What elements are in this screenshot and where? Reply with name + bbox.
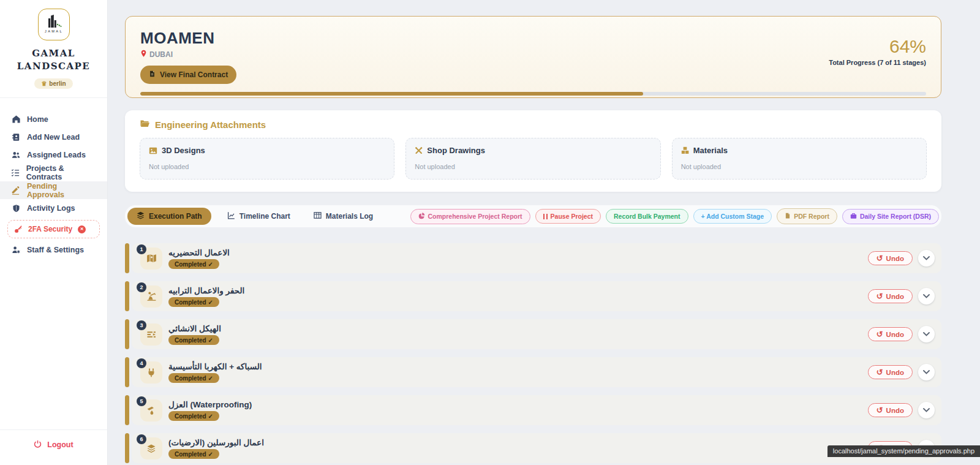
chevron-down-button[interactable]	[918, 326, 935, 342]
stage-accent	[125, 357, 129, 387]
stage-card: 5 العزل (Waterproofing) Completed ✓ ↺Und…	[132, 395, 941, 425]
undo-button[interactable]: ↺Undo	[868, 403, 913, 417]
progress-summary: 64% Total Progress (7 of 11 stages)	[829, 36, 926, 66]
tab-timeline-chart[interactable]: Timeline Chart	[220, 208, 298, 225]
layers-icon	[137, 211, 145, 221]
tab-materials-log[interactable]: Materials Log	[306, 208, 380, 225]
comprehensive-report-button[interactable]: Comprehensive Project Report	[410, 209, 530, 224]
attachments-title: Engineering Attachments	[140, 119, 927, 130]
stage-status-badge: Completed ✓	[168, 449, 219, 459]
chevron-down-button[interactable]	[918, 250, 935, 267]
pause-project-button[interactable]: Pause Project	[535, 209, 601, 224]
sidebar-item-staff-settings[interactable]: Staff & Settings	[0, 241, 107, 259]
tab-execution-path[interactable]: Execution Path	[127, 208, 211, 225]
sidebar-item-home[interactable]: Home	[0, 110, 107, 128]
power-icon	[34, 440, 42, 450]
table-icon	[314, 211, 322, 221]
stage-accent	[125, 281, 129, 311]
list-check-icon	[11, 168, 20, 177]
execution-stages-list: 1 الاعمال التحضيريه Completed ✓ ↺Undo 2	[125, 243, 941, 463]
address-book-icon	[11, 133, 21, 142]
sidebar: JAMAL GAMAL LANDSCAPE ♛berlin Home Add N…	[0, 0, 108, 465]
company-name: GAMAL LANDSCAPE	[0, 47, 107, 73]
browser-status-bar: localhost/jamal_system/pending_approvals…	[827, 445, 980, 457]
chevron-down-button[interactable]	[918, 402, 935, 418]
stage-number-badge: 2	[137, 282, 146, 292]
key-icon	[13, 225, 23, 233]
stage-row-4: 4 السباكه + الكهربا التأسيسية Completed …	[125, 357, 941, 387]
stage-title: الاعمال التحضيريه	[168, 248, 230, 257]
structure-icon: 3	[140, 323, 162, 346]
stage-number-badge: 3	[137, 320, 146, 330]
action-buttons: Comprehensive Project Report Pause Proje…	[410, 208, 940, 224]
brand-block: JAMAL GAMAL LANDSCAPE ♛berlin	[0, 0, 107, 98]
stage-row-5: 5 العزل (Waterproofing) Completed ✓ ↺Und…	[125, 395, 941, 425]
stage-row-2: 2 الحفر والاعمال الترابيه Completed ✓ ↺U…	[125, 281, 941, 311]
attachment-card-3d-designs[interactable]: 3D Designs Not uploaded	[140, 138, 394, 180]
excavation-icon: 2	[140, 285, 162, 308]
image-icon	[149, 147, 157, 154]
company-logo: JAMAL	[38, 9, 70, 40]
stage-status-badge: Completed ✓	[168, 335, 219, 345]
sidebar-item-add-new-lead[interactable]: Add New Lead	[0, 128, 107, 146]
waterproofing-icon: 5	[140, 399, 162, 422]
stage-row-3: 3 الهيكل الانشائي Completed ✓ ↺Undo	[125, 319, 941, 349]
stage-status-badge: Completed ✓	[168, 411, 219, 421]
undo-button[interactable]: ↺Undo	[868, 289, 913, 303]
undo-button[interactable]: ↺Undo	[868, 251, 913, 265]
daily-site-report-button[interactable]: Daily Site Report (DSR)	[842, 209, 939, 224]
chevron-down-icon	[923, 408, 930, 412]
undo-icon: ↺	[876, 330, 883, 338]
user-gear-icon	[11, 246, 21, 254]
sidebar-item-assigned-leads[interactable]: Assigned Leads	[0, 146, 107, 164]
undo-button[interactable]: ↺Undo	[868, 327, 913, 341]
attachment-status: Not uploaded	[415, 163, 651, 170]
plumbing-electric-icon: 4	[140, 361, 162, 384]
toolbar: Execution Path Timeline Chart Materials …	[125, 205, 941, 227]
stage-card: 4 السباكه + الكهربا التأسيسية Completed …	[132, 357, 941, 387]
main-content: MOAMEN DUBAI View Final Contract 64% Tot…	[108, 0, 980, 465]
briefcase-icon	[850, 213, 857, 221]
contract-file-icon	[149, 70, 156, 80]
stage-card: 3 الهيكل الانشائي Completed ✓ ↺Undo	[132, 319, 941, 349]
stage-status-badge: Completed ✓	[168, 373, 219, 383]
attachment-card-materials[interactable]: Materials Not uploaded	[672, 138, 927, 180]
plan-badge: ♛berlin	[34, 78, 72, 89]
pdf-report-button[interactable]: PDF Report	[777, 208, 837, 224]
progress-caption: Total Progress (7 of 11 stages)	[829, 59, 926, 66]
stage-row-1: 1 الاعمال التحضيريه Completed ✓ ↺Undo	[125, 243, 941, 273]
progress-fill	[140, 92, 643, 96]
stage-status-badge: Completed ✓	[168, 297, 219, 307]
progress-percent: 64%	[829, 36, 926, 57]
map-icon: 1	[140, 248, 162, 270]
record-bulk-payment-button[interactable]: Record Bulk Payment	[606, 209, 688, 224]
sidebar-item-2fa-security[interactable]: 2FA Security ✕	[7, 220, 100, 238]
pdf-file-icon	[785, 212, 791, 221]
sidebar-item-activity-logs[interactable]: Activity Logs	[0, 199, 107, 217]
chart-icon	[227, 211, 235, 221]
home-icon	[11, 115, 21, 124]
view-final-contract-button[interactable]: View Final Contract	[140, 66, 236, 84]
stage-accent	[125, 319, 129, 349]
chevron-down-button[interactable]	[918, 288, 935, 304]
shield-icon	[11, 204, 21, 213]
project-title: MOAMEN	[140, 29, 926, 48]
attachment-card-shop-drawings[interactable]: Shop Drawings Not uploaded	[405, 138, 660, 180]
stage-card: 1 الاعمال التحضيريه Completed ✓ ↺Undo	[132, 243, 941, 273]
sidebar-menu: Home Add New Lead Assigned Leads Project…	[0, 98, 107, 259]
stage-accent	[125, 243, 129, 273]
add-custom-stage-button[interactable]: + Add Custom Stage	[693, 209, 772, 224]
folder-icon	[140, 119, 150, 130]
sidebar-item-pending-approvals[interactable]: Pending Approvals	[0, 181, 107, 199]
logout-button[interactable]: Logout	[34, 440, 73, 450]
stage-number-badge: 4	[137, 358, 146, 368]
chevron-down-icon	[923, 256, 930, 260]
sidebar-item-projects-contracts[interactable]: Projects & Contracts	[0, 164, 107, 181]
undo-button[interactable]: ↺Undo	[868, 365, 913, 379]
chevron-down-icon	[923, 332, 930, 336]
boxes-icon	[681, 146, 689, 154]
stage-title: السباكه + الكهربا التأسيسية	[168, 361, 262, 371]
building-logo-icon: JAMAL	[43, 13, 65, 36]
chevron-down-button[interactable]	[918, 364, 935, 380]
stage-title: الحفر والاعمال الترابيه	[168, 285, 244, 295]
